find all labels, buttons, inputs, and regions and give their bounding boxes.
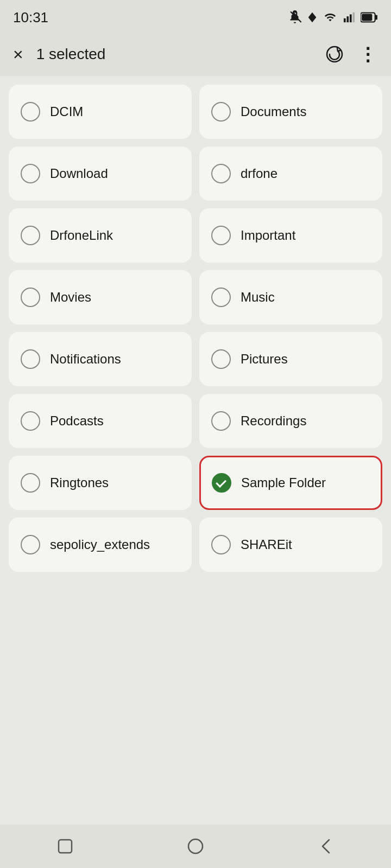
radio-drfone bbox=[211, 164, 231, 183]
more-options-button[interactable]: ⋮ bbox=[358, 43, 378, 65]
folder-item-pictures[interactable]: Pictures bbox=[199, 332, 382, 386]
radio-recordings bbox=[211, 411, 231, 431]
folder-item-ringtones[interactable]: Ringtones bbox=[9, 456, 192, 510]
radio-sample-folder bbox=[212, 473, 231, 493]
svg-rect-5 bbox=[375, 15, 377, 20]
svg-point-9 bbox=[188, 839, 203, 853]
radio-shareit bbox=[211, 535, 231, 554]
radio-movies bbox=[21, 288, 40, 307]
folder-name-pictures: Pictures bbox=[241, 352, 288, 367]
folder-name-shareit: SHAREit bbox=[241, 537, 292, 552]
action-bar-actions: ⋮ bbox=[324, 43, 378, 65]
svg-rect-0 bbox=[344, 18, 346, 22]
mute-icon bbox=[288, 10, 302, 24]
recents-button[interactable] bbox=[182, 833, 209, 860]
svg-rect-3 bbox=[352, 12, 355, 22]
wifi-icon bbox=[323, 11, 338, 23]
folder-name-documents: Documents bbox=[241, 104, 306, 119]
svg-rect-2 bbox=[350, 15, 352, 23]
folder-item-recordings[interactable]: Recordings bbox=[199, 394, 382, 448]
folder-item-documents[interactable]: Documents bbox=[199, 85, 382, 139]
radio-documents bbox=[211, 102, 231, 122]
folder-grid-container: DCIMDocumentsDownloaddrfoneDrfoneLinkImp… bbox=[0, 76, 391, 825]
folder-name-sepolicy: sepolicy_extends bbox=[50, 537, 150, 552]
folder-item-music[interactable]: Music bbox=[199, 270, 382, 324]
radio-notifications bbox=[21, 349, 40, 369]
folder-item-drfone[interactable]: drfone bbox=[199, 146, 382, 201]
status-time: 10:31 bbox=[13, 9, 48, 26]
folder-name-drfone: drfone bbox=[241, 166, 278, 181]
folder-item-podcasts[interactable]: Podcasts bbox=[9, 394, 192, 448]
radio-important bbox=[211, 226, 231, 245]
radio-drfonelink bbox=[21, 226, 40, 245]
folder-item-important[interactable]: Important bbox=[199, 208, 382, 263]
battery-icon bbox=[361, 11, 378, 23]
radio-ringtones bbox=[21, 473, 40, 493]
svg-rect-6 bbox=[362, 14, 372, 21]
radio-sepolicy bbox=[21, 535, 40, 554]
radio-pictures bbox=[211, 349, 231, 369]
folder-item-sepolicy[interactable]: sepolicy_extends bbox=[9, 518, 192, 572]
folder-name-ringtones: Ringtones bbox=[50, 475, 109, 490]
radio-dcim bbox=[21, 102, 40, 122]
folder-name-dcim: DCIM bbox=[50, 104, 83, 119]
radio-podcasts bbox=[21, 411, 40, 431]
folder-name-download: Download bbox=[50, 166, 108, 181]
folder-name-notifications: Notifications bbox=[50, 352, 121, 367]
status-icons bbox=[288, 10, 378, 24]
svg-rect-8 bbox=[59, 840, 72, 853]
back-button[interactable] bbox=[312, 833, 339, 860]
status-bar: 10:31 bbox=[0, 0, 391, 33]
folder-name-music: Music bbox=[241, 290, 275, 305]
folder-item-shareit[interactable]: SHAREit bbox=[199, 518, 382, 572]
sync-icon[interactable] bbox=[324, 43, 345, 65]
folder-name-drfonelink: DrfoneLink bbox=[50, 228, 113, 243]
selection-count: 1 selected bbox=[36, 46, 311, 63]
folder-item-notifications[interactable]: Notifications bbox=[9, 332, 192, 386]
folder-item-sample-folder[interactable]: Sample Folder bbox=[199, 456, 382, 510]
signal-icon bbox=[342, 11, 356, 23]
folder-grid: DCIMDocumentsDownloaddrfoneDrfoneLinkImp… bbox=[9, 85, 382, 572]
folder-name-important: Important bbox=[241, 228, 295, 243]
folder-name-sample-folder: Sample Folder bbox=[241, 475, 326, 490]
radio-download bbox=[21, 164, 40, 183]
bottom-nav bbox=[0, 825, 391, 868]
close-button[interactable]: × bbox=[13, 44, 23, 65]
folder-item-drfonelink[interactable]: DrfoneLink bbox=[9, 208, 192, 263]
folder-item-movies[interactable]: Movies bbox=[9, 270, 192, 324]
folder-item-download[interactable]: Download bbox=[9, 146, 192, 201]
folder-name-podcasts: Podcasts bbox=[50, 413, 104, 429]
action-bar: × 1 selected ⋮ bbox=[0, 33, 391, 76]
location-icon bbox=[306, 11, 318, 23]
folder-name-movies: Movies bbox=[50, 290, 91, 305]
home-button[interactable] bbox=[52, 833, 79, 860]
svg-rect-1 bbox=[346, 16, 349, 22]
folder-name-recordings: Recordings bbox=[241, 413, 306, 429]
folder-item-dcim[interactable]: DCIM bbox=[9, 85, 192, 139]
radio-music bbox=[211, 288, 231, 307]
